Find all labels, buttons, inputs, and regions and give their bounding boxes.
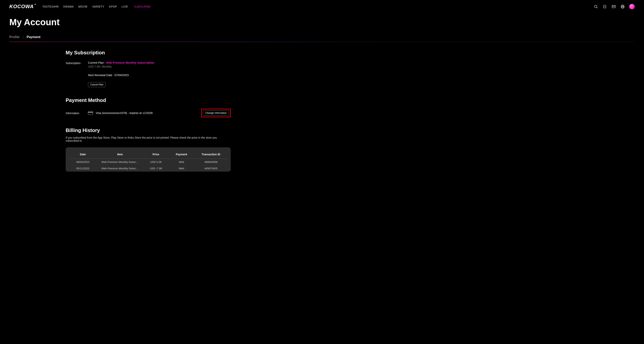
- svg-point-0: [594, 5, 597, 7]
- col-price: Price: [143, 153, 169, 156]
- nav-drama[interactable]: DRAMA: [63, 5, 74, 8]
- nav-variety[interactable]: VARIETY: [92, 5, 104, 8]
- globe-icon[interactable]: [620, 4, 625, 9]
- header-icons: MY: [594, 4, 635, 9]
- col-transaction-id: Transaction ID: [194, 153, 228, 156]
- subscription-heading: My Subscription: [66, 50, 231, 56]
- cell-price: USD -7.99: [143, 167, 169, 170]
- change-info-highlight: Change Information: [201, 109, 231, 117]
- cell-payment: Web: [169, 167, 194, 170]
- payment-info-label: Information: [66, 111, 88, 115]
- nav-subscribe[interactable]: SUBSCRIBE: [134, 5, 151, 8]
- cancel-plan-button[interactable]: Cancel Plan: [88, 82, 106, 87]
- tab-profile[interactable]: Profile: [9, 35, 20, 39]
- col-payment: Payment: [169, 153, 194, 156]
- tab-payment[interactable]: Payment: [26, 35, 40, 39]
- change-information-button[interactable]: Change Information: [203, 110, 229, 115]
- page-title: My Account: [9, 17, 635, 27]
- billing-history-note: If you subscribed from the App Store, Pl…: [66, 136, 231, 142]
- main-nav: TASTE24HR DRAMA MOVIE VARIETY KPOP LIVE …: [42, 5, 151, 8]
- cell-transaction-id: 445873425: [194, 167, 228, 170]
- cell-price: USD 6.39: [143, 161, 169, 163]
- cell-transaction-id: 468004958: [194, 161, 228, 163]
- mail-icon[interactable]: [611, 4, 616, 9]
- cell-date: 05/11/2023: [69, 167, 97, 170]
- current-plan-prefix: Current Plan :: [88, 61, 106, 64]
- search-icon[interactable]: [594, 4, 598, 9]
- app-header: KOCOWA TASTE24HR DRAMA MOVIE VARIETY KPO…: [0, 0, 644, 13]
- nav-live[interactable]: LIVE: [122, 5, 128, 8]
- col-date: Date: [69, 153, 97, 156]
- billing-history-heading: Billing History: [66, 127, 231, 133]
- svg-text:MY: MY: [604, 6, 606, 7]
- watchlist-icon[interactable]: MY: [602, 4, 607, 9]
- table-row: 06/03/2023 Web Premium Monthly Subsc… US…: [66, 159, 231, 165]
- next-renewal-date: Next Renewal Date : 07/04/2023: [88, 74, 231, 77]
- nav-movie[interactable]: MOVIE: [78, 5, 88, 8]
- nav-kpop[interactable]: KPOP: [109, 5, 117, 8]
- card-details: Visa (xxxxxxxxxxxx1978) - expires at 11/…: [96, 111, 153, 114]
- card-icon: [88, 111, 93, 115]
- nav-taste24hr[interactable]: TASTE24HR: [42, 5, 59, 8]
- billing-table: Date Item Price Payment Transaction ID 0…: [66, 147, 231, 172]
- subscription-label: Subscription: [66, 61, 88, 65]
- logo[interactable]: KOCOWA: [9, 3, 34, 9]
- account-tabs: Profile | Payment: [9, 35, 635, 42]
- table-row: 05/11/2023 Web Premium Monthly Subsc… US…: [66, 165, 231, 172]
- cell-item: Web Premium Monthly Subsc…: [97, 167, 143, 170]
- svg-line-1: [596, 7, 598, 8]
- cell-item: Web Premium Monthly Subsc…: [97, 161, 143, 163]
- plan-price: USD 7.99 / Monthly: [88, 65, 231, 68]
- cell-payment: Web: [169, 161, 194, 163]
- avatar[interactable]: [629, 4, 635, 9]
- cell-date: 06/03/2023: [69, 161, 97, 163]
- payment-method-heading: Payment Method: [66, 97, 231, 103]
- tab-separator: |: [23, 35, 24, 39]
- current-plan-name: Web Premium Monthly Subscription: [106, 61, 154, 64]
- billing-table-head: Date Item Price Payment Transaction ID: [69, 151, 228, 159]
- col-item: Item: [97, 153, 143, 156]
